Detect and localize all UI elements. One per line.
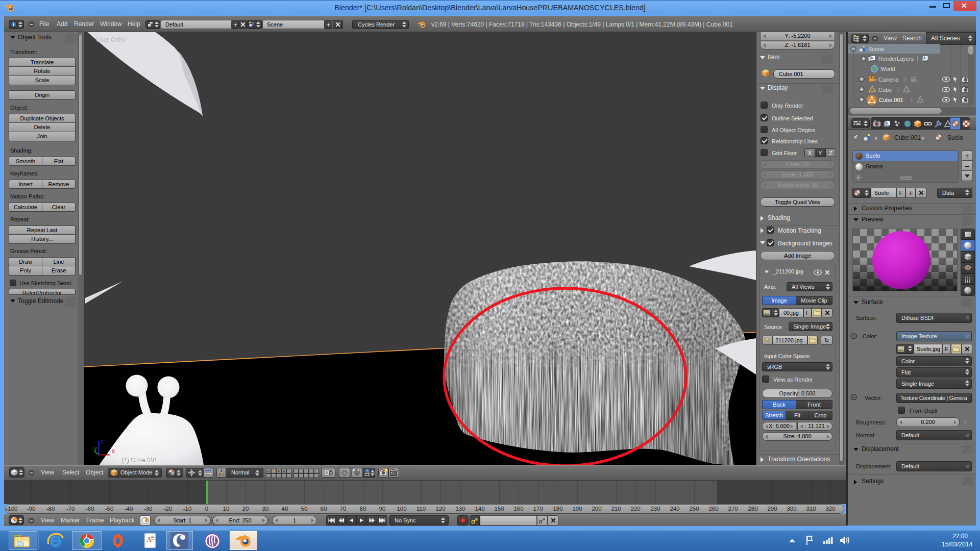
svg-text:y: y: [94, 445, 97, 452]
svg-text:z: z: [101, 438, 104, 445]
svg-text:(1) Cube.001: (1) Cube.001: [121, 456, 157, 463]
svg-text:x: x: [112, 447, 115, 455]
svg-text:User Ortho: User Ortho: [96, 36, 126, 43]
